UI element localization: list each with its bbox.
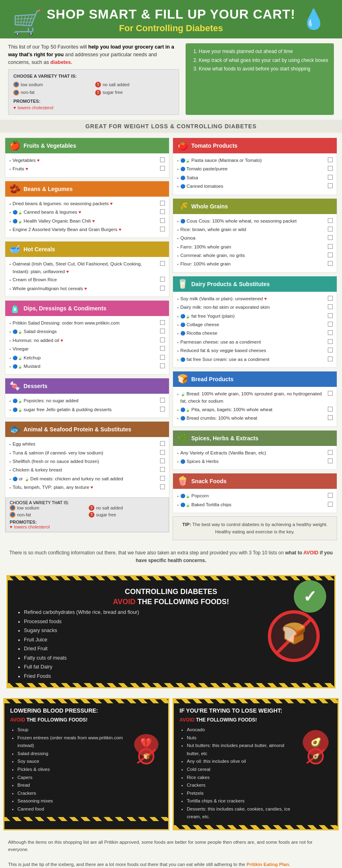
wl-item: Pretzels (187, 789, 295, 798)
low-sodium-icon: 🔵 (13, 82, 19, 87)
avoid-diabetes-card: CONTROLLING DIABETES AVOID THE FOLLOWING… (6, 575, 336, 688)
checkbox-vinegar[interactable] (160, 346, 165, 351)
spices-body: • Any Variety of Extracts (Vanilla Bean,… (173, 446, 337, 470)
choose-title-small: CHOOSE A VARIETY THAT IS: (10, 500, 165, 505)
checkbox-yogurt[interactable] (328, 313, 333, 318)
svg-text:🍞: 🍞 (143, 753, 150, 760)
checkbox-cottage-cheese[interactable] (328, 322, 333, 327)
item-tofu: • Tofu, tempeh, TVP: plain, any texture … (9, 484, 165, 491)
item-quinoa: • Quinoa (177, 234, 333, 242)
promotes-row: PROMOTES: (13, 98, 174, 105)
stripe-top (8, 576, 334, 580)
item-pasta-sauce: • 🔵🍃 Pasta sauce (Marinara or Tomato) (177, 157, 333, 164)
checkbox-tuna-salmon[interactable] (160, 450, 165, 455)
checkbox-farro[interactable] (328, 244, 333, 249)
sugar-free-label: sugar free (103, 89, 123, 96)
desserts-body: • 🔵🍃 Popsicles: no sugar added • 🔵🍃 suga… (5, 394, 169, 418)
checkbox-ketchup[interactable] (160, 355, 165, 360)
stripe-bottom (8, 683, 334, 687)
checkbox-rice[interactable] (328, 227, 333, 231)
promotes-label-small: lowers cholesterol (14, 524, 50, 529)
checkbox-whole-grain-cereal[interactable] (160, 286, 165, 291)
checkbox-pasta-sauce[interactable] (328, 157, 333, 162)
wl-stripe-bottom (174, 825, 338, 829)
tips-list: Have your meals planned out ahead of tim… (191, 47, 328, 74)
fruits-title: Fruits & Vegetables (24, 142, 76, 149)
checkbox-salsa[interactable] (328, 175, 333, 180)
avoid-diabetes-body: Refined carbohydrates (White rice, bread… (16, 608, 326, 681)
checkbox-ricotta[interactable] (328, 330, 333, 335)
avoid-diabetes-image: 🍞 ✓ (261, 608, 326, 664)
checkbox-bread-crumbs[interactable] (328, 415, 333, 420)
checkbox-extracts[interactable] (328, 450, 333, 455)
item-deli-meats: • 🔵 or 🍃 Deli meats: chicken and turkey … (9, 475, 165, 483)
item-reduced-fat-cheese: • Reduced fat & soy veggie based cheeses (177, 347, 333, 354)
item-jello: • 🔵🍃 sugar free Jello gelatin & pudding … (9, 406, 165, 414)
checkbox-tomato-paste[interactable] (328, 166, 333, 171)
tip-1: Have your meals planned out ahead of tim… (199, 47, 328, 56)
item-ketchup: • 🔵🍃 Ketchup (9, 354, 165, 362)
checkbox-cornmeal[interactable] (328, 253, 333, 257)
checkbox-dairy-milk[interactable] (328, 304, 333, 309)
checkbox-reduced-fat-cheese[interactable] (328, 348, 333, 352)
cat-header-bread: 🍞 Bread Products (173, 371, 337, 387)
checkbox-deli-meats[interactable] (160, 476, 165, 481)
checkbox-tortilla-chips[interactable] (328, 502, 333, 507)
item-parmesan: • Parmesan cheese: use as a condiment (177, 338, 333, 346)
cat-header-snacks: 🍿 Snack Foods (173, 473, 337, 489)
checkbox-parmesan[interactable] (328, 339, 333, 344)
cat-header-protein: 🐟 Animal & Seafood Protein & Substitutes (5, 422, 169, 437)
cat-hot-cereals: 🥣 Hot Cereals • Oatmeal (Irish Oats, Ste… (5, 241, 169, 297)
checkbox-bread[interactable] (328, 391, 333, 396)
checkbox-jello[interactable] (160, 407, 165, 412)
checkbox-grain-burgers[interactable] (160, 227, 165, 231)
wl-item: Any oil: this includes olive oil (187, 758, 295, 766)
desserts-title: Desserts (24, 383, 47, 389)
checkbox-cous-cous[interactable] (328, 218, 333, 223)
checkbox-canned-tomatoes[interactable] (328, 183, 333, 188)
checkbox-popcorn[interactable] (328, 493, 333, 498)
checkbox-soy-milk[interactable] (328, 296, 333, 301)
eating-plan-link[interactable]: Pritikin Eating Plan. (246, 862, 290, 867)
bp-item: Salad dressing (17, 750, 126, 758)
checkbox-hummus[interactable] (160, 337, 165, 342)
item-ricotta: • 🔵 Ricotta cheese (177, 329, 333, 337)
checkbox-pita[interactable] (328, 407, 333, 412)
checkbox-salad-dressings[interactable] (160, 329, 165, 333)
checkbox-quinoa[interactable] (328, 235, 333, 240)
checkbox-tofu[interactable] (160, 484, 165, 489)
bp-item: Soy sauce (17, 758, 126, 766)
cat-header-fruits: 🍎 Fruits & Vegetables (5, 138, 169, 153)
checkbox-fruits[interactable] (160, 166, 165, 171)
checkbox-chicken-turkey[interactable] (160, 467, 165, 472)
choose-no-salt-small: 🍃 no salt added (89, 505, 165, 511)
avoid-link: AVOID (304, 550, 318, 556)
avoid-weight-loss-card: IF YOU'RE TRYING TO LOSE WEIGHT: AVOID T… (173, 698, 339, 830)
checkbox-pritikin-dressing[interactable] (160, 320, 165, 325)
item-farro: • Farro: 100% whole grain (177, 243, 333, 251)
checkbox-vegetables[interactable] (160, 157, 165, 162)
checkbox-mustard[interactable] (160, 363, 165, 368)
checkbox-sour-cream[interactable] (328, 357, 333, 361)
item-bread: • 🍃 Bread: 100% whole grain, 100% sprout… (177, 390, 333, 405)
spices-icon: 🌿 (177, 433, 188, 444)
checkbox-canned-beans[interactable] (160, 209, 165, 214)
checkbox-spices-herbs[interactable] (328, 458, 333, 463)
checkbox-egg-whites[interactable] (160, 441, 165, 446)
item-tortilla-chips: • 🔵🍃 Baked Tortilla chips (177, 501, 333, 509)
checkbox-shellfish[interactable] (160, 458, 165, 463)
item-canned-beans: • 🔵🍃 Canned beans & legumes ♥ (9, 208, 165, 216)
checkbox-cream-brown-rice[interactable] (160, 277, 165, 282)
avoid-diabetes-subtitle: AVOID THE FOLLOWING FOODS! (16, 598, 326, 606)
promotes-item: ♥ lowers cholesterol (13, 104, 174, 111)
checkbox-popsicles[interactable] (160, 398, 165, 403)
bp-list: Soup Frozen entrees (order meals from ww… (10, 726, 126, 813)
cat-spices: 🌿 Spices, Herbs & Extracts • Any Variety… (173, 430, 337, 470)
checkbox-oatmeal[interactable] (160, 261, 165, 266)
no-foods-symbol: 🍞 (267, 610, 320, 662)
checkbox-bean-chili[interactable] (160, 218, 165, 223)
item-cream-brown-rice: • Cream of Brown Rice (9, 276, 165, 284)
checkbox-flour[interactable] (328, 261, 333, 266)
bp-item: Pickles & olives (17, 766, 126, 774)
checkbox-dried-beans[interactable] (160, 201, 165, 206)
